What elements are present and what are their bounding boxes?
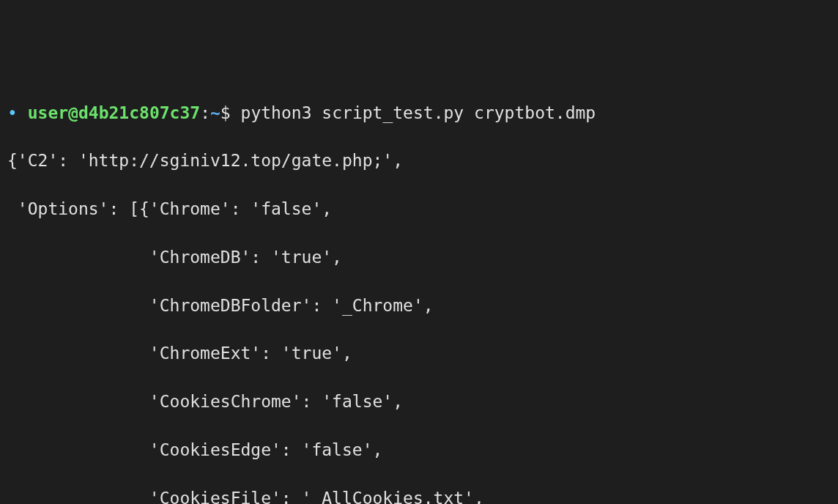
prompt-bullet-icon: • bbox=[7, 103, 18, 122]
output-line: 'ChromeDB': 'true', bbox=[0, 245, 838, 270]
prompt-line[interactable]: • user@d4b21c807c37:~$ python3 script_te… bbox=[0, 101, 838, 125]
output-line: 'CookiesChrome': 'false', bbox=[0, 390, 838, 414]
output-line: 'ChromeExt': 'true', bbox=[0, 341, 838, 366]
output-line: {'C2': 'http://sginiv12.top/gate.php;', bbox=[0, 149, 838, 173]
output-line: 'CookiesFile': '_AllCookies.txt', bbox=[0, 486, 838, 505]
prompt-colon: : bbox=[200, 103, 210, 122]
user-host-text: user@d4b21c807c37 bbox=[28, 103, 200, 122]
output-line: 'CookiesEdge': 'false', bbox=[0, 438, 838, 462]
output-line: 'ChromeDBFolder': '_Chrome', bbox=[0, 294, 838, 318]
command-text: python3 script_test.py cryptbot.dmp bbox=[241, 103, 596, 122]
prompt-tilde: ~ bbox=[210, 103, 220, 122]
output-line: 'Options': [{'Chrome': 'false', bbox=[0, 197, 838, 221]
prompt-dollar: $ bbox=[220, 103, 231, 122]
